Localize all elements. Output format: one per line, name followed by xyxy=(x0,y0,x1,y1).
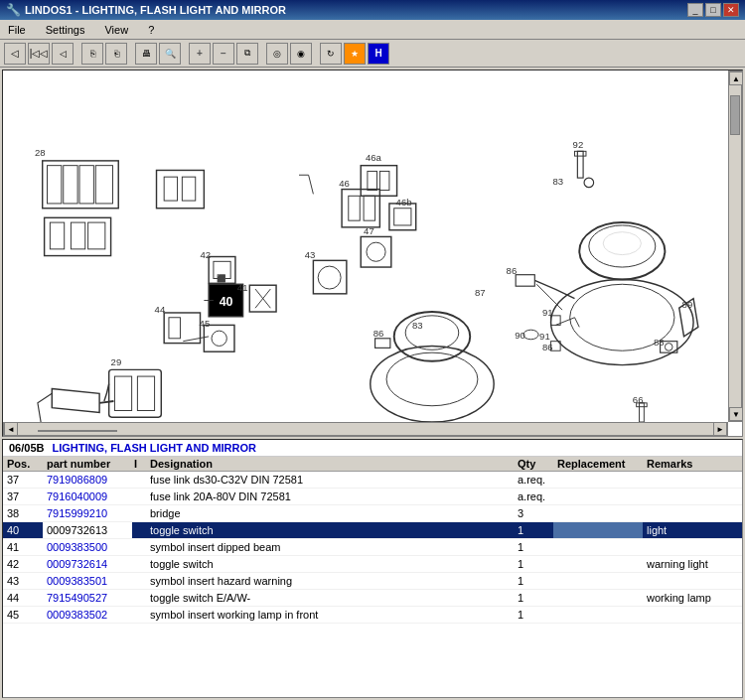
cell-qty: 1 xyxy=(514,590,553,606)
settings-btn1[interactable]: ◎ xyxy=(266,43,288,65)
cell-remarks xyxy=(643,489,742,504)
menu-help[interactable]: ? xyxy=(144,23,158,37)
vscroll-down-btn[interactable]: ▼ xyxy=(729,407,743,421)
table-row[interactable]: 37 7919086809 fuse link ds30-C32V DIN 72… xyxy=(3,472,742,489)
menu-file[interactable]: File xyxy=(4,23,30,37)
close-button[interactable]: ✕ xyxy=(723,3,739,17)
svg-text:90: 90 xyxy=(515,330,525,341)
svg-text:41: 41 xyxy=(237,282,248,293)
menu-view[interactable]: View xyxy=(100,23,132,37)
print-btn[interactable]: 🖶 xyxy=(135,43,157,65)
table-row[interactable]: 38 7915999210 bridge 3 xyxy=(3,505,742,522)
svg-rect-6 xyxy=(50,222,64,249)
paste-btn[interactable]: ⎗ xyxy=(105,43,127,65)
svg-text:83: 83 xyxy=(412,320,423,331)
menu-bar: File Settings View ? xyxy=(0,20,745,40)
search-btn[interactable]: 🔍 xyxy=(159,43,181,65)
cell-desig: bridge xyxy=(146,505,514,521)
nav-first-button[interactable]: |◁◁ xyxy=(28,43,50,65)
window-controls[interactable]: _ □ ✕ xyxy=(687,3,739,17)
zoom-in-btn[interactable]: + xyxy=(189,43,211,65)
copy-btn[interactable]: ⎘ xyxy=(81,43,103,65)
table-row[interactable]: 45 0009383502 symbol insert working lamp… xyxy=(3,607,742,624)
diagram-inner: 40 ⬛ xyxy=(3,70,728,422)
cell-repl xyxy=(553,556,643,572)
svg-rect-8 xyxy=(88,222,105,249)
diagram-area[interactable]: 40 ⬛ xyxy=(2,70,743,437)
table-row-selected[interactable]: 40 0009732613 toggle switch 1 light xyxy=(3,522,742,539)
cell-qty: a.req. xyxy=(514,472,553,488)
cell-i xyxy=(132,472,146,488)
title-bar: 🔧 LINDOS1 - LIGHTING, FLASH LIGHT AND MI… xyxy=(0,0,745,20)
svg-point-50 xyxy=(371,346,494,422)
cell-i xyxy=(132,489,146,504)
svg-rect-41 xyxy=(577,151,583,178)
svg-text:89: 89 xyxy=(682,299,693,310)
cell-pos: 41 xyxy=(3,539,43,555)
cell-qty: 1 xyxy=(514,607,553,623)
parts-list[interactable]: 37 7919086809 fuse link ds30-C32V DIN 72… xyxy=(3,472,742,697)
cell-part: 7916040009 xyxy=(43,489,132,504)
cell-remarks xyxy=(643,472,742,488)
svg-text:86: 86 xyxy=(373,328,384,339)
svg-rect-0 xyxy=(43,161,119,209)
cell-part: 0009383502 xyxy=(43,607,132,623)
table-row[interactable]: 42 0009732614 toggle switch 1 warning li… xyxy=(3,556,742,573)
diagram-vscroll[interactable]: ▲ ▼ xyxy=(728,70,742,422)
cell-part: 7915490527 xyxy=(43,590,132,606)
diagram-hscroll[interactable]: ◄ ► xyxy=(3,422,728,436)
cell-pos: 37 xyxy=(3,472,43,488)
vscroll-track[interactable] xyxy=(729,85,741,407)
toolbar: ◁ |◁◁ ◁ ⎘ ⎗ 🖶 🔍 + − ⧉ ◎ ◉ ↻ ★ H xyxy=(0,40,745,68)
hscroll-left-btn[interactable]: ◄ xyxy=(4,422,18,436)
cell-repl xyxy=(553,522,643,538)
svg-line-58 xyxy=(99,401,113,403)
nav-back-button[interactable]: ◁ xyxy=(4,43,26,65)
refresh-btn[interactable]: ↻ xyxy=(320,43,342,65)
cell-part selected-part: 0009732613 xyxy=(43,522,132,538)
svg-rect-44 xyxy=(516,275,534,286)
svg-point-52 xyxy=(394,312,471,361)
settings-btn2[interactable]: ◉ xyxy=(290,43,312,65)
cell-part: 7915999210 xyxy=(43,505,132,521)
menu-settings[interactable]: Settings xyxy=(42,23,89,37)
svg-text:40: 40 xyxy=(220,295,233,309)
app-icon: 🔧 xyxy=(6,3,21,17)
svg-rect-11 xyxy=(182,177,195,201)
cell-qty: a.req. xyxy=(514,489,553,504)
cell-repl xyxy=(553,607,643,623)
col-header-remarks: Remarks xyxy=(643,458,742,470)
cell-desig: symbol insert working lamp in front xyxy=(146,607,514,623)
table-row[interactable]: 37 7916040009 fuse link 20A-80V DIN 7258… xyxy=(3,489,742,505)
table-row[interactable]: 43 0009383501 symbol insert hazard warni… xyxy=(3,573,742,590)
cell-repl xyxy=(553,489,643,504)
column-headers: Pos. part number I Designation Qty Repla… xyxy=(3,457,742,472)
cell-repl xyxy=(553,472,643,488)
zoom-out-btn[interactable]: − xyxy=(213,43,234,65)
minimize-button[interactable]: _ xyxy=(687,3,703,17)
highlight-btn[interactable]: H xyxy=(368,43,389,65)
svg-rect-42 xyxy=(574,151,585,156)
cell-remarks: light xyxy=(643,522,742,538)
zoom-reset-btn[interactable]: ⧉ xyxy=(236,43,258,65)
section-title: LIGHTING, FLASH LIGHT AND MIRROR xyxy=(52,442,256,454)
table-row[interactable]: 44 7915490527 toggle switch E/A/W- 1 wor… xyxy=(3,590,742,607)
cell-pos: 43 xyxy=(3,573,43,589)
cell-pos: 42 xyxy=(3,556,43,572)
vscroll-up-btn[interactable]: ▲ xyxy=(729,71,743,85)
table-row[interactable]: 41 0009383500 symbol insert dipped beam … xyxy=(3,539,742,556)
col-header-i: I xyxy=(132,458,146,470)
cell-pos: 37 xyxy=(3,489,43,504)
cell-i xyxy=(132,556,146,572)
cell-part: 0009732614 xyxy=(43,556,132,572)
bookmark-btn[interactable]: ★ xyxy=(344,43,366,65)
cell-part: 0009383500 xyxy=(43,539,132,555)
col-header-qty: Qty xyxy=(514,458,553,470)
nav-prev-button[interactable]: ◁ xyxy=(52,43,74,65)
cell-i xyxy=(132,573,146,589)
cell-pos: 44 xyxy=(3,590,43,606)
svg-rect-57 xyxy=(137,376,154,410)
hscroll-right-btn[interactable]: ► xyxy=(713,422,727,436)
maximize-button[interactable]: □ xyxy=(705,3,721,17)
svg-rect-56 xyxy=(114,376,131,410)
